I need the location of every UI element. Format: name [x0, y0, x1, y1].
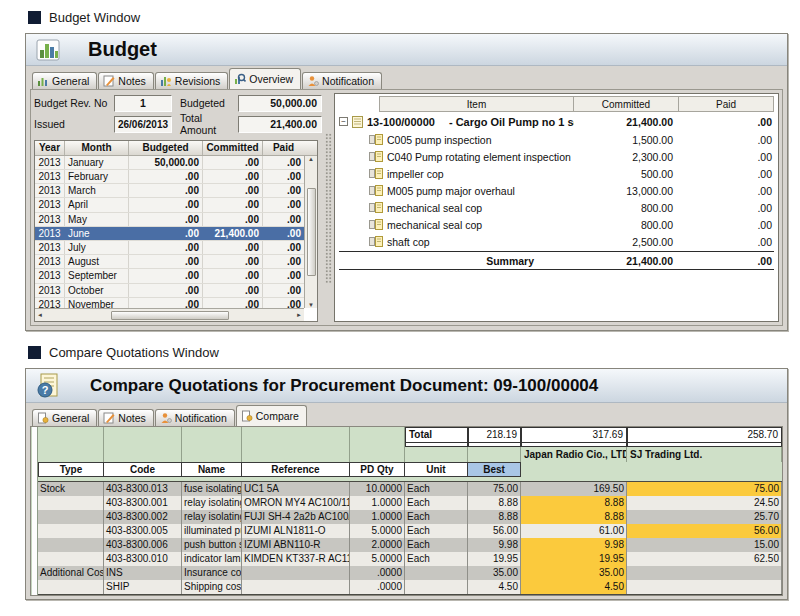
- tree-child-row[interactable]: mechanical seal cop 800.00 .00: [339, 199, 774, 216]
- month-row[interactable]: 2013 June .00 21,400.00 .00: [35, 227, 304, 241]
- tree-child-row[interactable]: C005 pump inspection 1,500.00 .00: [339, 131, 774, 148]
- month-row[interactable]: 2013 March .00 .00 .00: [35, 184, 304, 198]
- parent-committed: 21,400.00: [574, 116, 679, 128]
- cell-paid: .00: [263, 255, 304, 268]
- empty-header: [521, 462, 627, 477]
- summary-committed: 21,400.00: [574, 255, 679, 267]
- cell-best-price: 75.00: [468, 482, 521, 496]
- tab-notification[interactable]: Notification: [155, 409, 235, 426]
- month-row[interactable]: 2013 September .00 .00 .00: [35, 269, 304, 283]
- cell-budgeted: 50,000.00: [129, 156, 203, 169]
- tree-child-row[interactable]: impeller cop 500.00 .00: [339, 165, 774, 182]
- compare-tab-icon: [241, 410, 253, 422]
- cell-paid: .00: [263, 213, 304, 226]
- tab-label: Notes: [118, 75, 145, 87]
- cell-reference: IZUMI ABN110-R: [242, 538, 350, 552]
- total-amount-field[interactable]: 21,400.00: [238, 116, 322, 133]
- tree-child-row[interactable]: C040 Pump rotating element inspection 2,…: [339, 148, 774, 165]
- cell-year: 2013: [35, 255, 65, 268]
- month-row[interactable]: 2013 April .00 .00 .00: [35, 198, 304, 212]
- tab-compare[interactable]: Compare: [236, 405, 307, 426]
- cell-reference: IZUMI ALN1811-O: [242, 524, 350, 538]
- month-row[interactable]: 2013 July .00 .00 .00: [35, 241, 304, 255]
- budgeted-field[interactable]: 50,000.00: [238, 95, 322, 112]
- cell-pd-qty: 1.0000: [350, 510, 405, 524]
- collapse-icon[interactable]: −: [339, 117, 348, 126]
- child-name: C040 Pump rotating element inspection: [387, 151, 571, 163]
- compare-window: ? Compare Quotations for Procurement Doc…: [25, 368, 788, 600]
- scroll-right-icon[interactable]: ►: [296, 312, 302, 318]
- cell-year: 2013: [35, 213, 65, 226]
- child-name: M005 pump major overhaul: [387, 185, 515, 197]
- month-row[interactable]: 2013 August .00 .00 .00: [35, 255, 304, 269]
- tab-overview[interactable]: Overview: [229, 68, 301, 89]
- tab-revisions[interactable]: Revisions: [155, 72, 229, 89]
- total-amount-label: Total Amount: [172, 112, 238, 136]
- notes-tab-icon: [103, 75, 115, 87]
- cell-paid: .00: [263, 156, 304, 169]
- cell-best-price: 9.98: [468, 538, 521, 552]
- cell-year: 2013: [35, 227, 65, 240]
- tab-notification[interactable]: Notification: [302, 72, 382, 89]
- cell-month: February: [65, 170, 129, 183]
- month-row[interactable]: 2013 November .00 .00 .00: [35, 298, 304, 308]
- cell-pd-qty: .0000: [350, 566, 405, 580]
- scroll-down-icon[interactable]: ▼: [308, 302, 314, 308]
- tab-notes[interactable]: Notes: [98, 409, 153, 426]
- cell-pd-qty: 1.0000: [350, 496, 405, 510]
- month-row[interactable]: 2013 February .00 .00 .00: [35, 170, 304, 184]
- cell-best-price: 4.50: [468, 580, 521, 594]
- cell-reference: [242, 566, 350, 580]
- left-scrollbar-strip[interactable]: [31, 427, 38, 595]
- compare-table: Total 218.19 317.69 258.70 Japan Radio C…: [30, 426, 783, 596]
- scroll-up-icon[interactable]: ▲: [308, 156, 314, 162]
- budgeted-label: Budgeted: [172, 97, 238, 109]
- vendor-header-row: Japan Radio Cio., LTD. SJ Trading Ltd.: [38, 447, 782, 462]
- rev-no-field[interactable]: 1: [114, 95, 172, 112]
- horizontal-scrollbar[interactable]: ◄ ►: [35, 308, 304, 321]
- month-row[interactable]: 2013 January 50,000.00 .00 .00: [35, 156, 304, 170]
- scrollbar-thumb[interactable]: [111, 311, 229, 320]
- quotation-row[interactable]: 403-8300.005 illuminated push butt IZUMI…: [38, 524, 782, 538]
- cell-name: relay isolating contro: [182, 496, 242, 510]
- quotation-row[interactable]: SHIP Shipping cost .0000 4.50 4.50: [38, 580, 782, 594]
- quotation-row[interactable]: 403-8300.001 relay isolating contro OMRO…: [38, 496, 782, 510]
- month-row[interactable]: 2013 October .00 .00 .00: [35, 284, 304, 298]
- col-header-month: Month: [65, 141, 129, 155]
- scrollbar-thumb[interactable]: [307, 188, 316, 276]
- cell-name: fuse isolating unit: [182, 482, 242, 496]
- cell-best-price: 8.88: [468, 510, 521, 524]
- month-row[interactable]: 2013 May .00 .00 .00: [35, 213, 304, 227]
- cell-budgeted: .00: [129, 198, 203, 211]
- help-document-icon: ?: [36, 373, 62, 399]
- issued-field[interactable]: 26/06/2013: [114, 116, 172, 133]
- scroll-left-icon[interactable]: ◄: [37, 312, 43, 318]
- compare-window-title: Compare Quotations for Procurement Docum…: [90, 376, 598, 396]
- quotation-row[interactable]: 403-8300.010 indicator lamp isolatr KIMD…: [38, 552, 782, 566]
- tree-child-row[interactable]: shaft cop 2,500.00 .00: [339, 233, 774, 250]
- tab-general[interactable]: General: [32, 409, 97, 426]
- quotation-row[interactable]: Stock 403-8300.013 fuse isolating unit U…: [38, 482, 782, 496]
- quotation-row[interactable]: Additional Cost INS Insurance cost .0000…: [38, 566, 782, 580]
- cell-paid: .00: [263, 269, 304, 282]
- tab-notes[interactable]: Notes: [98, 72, 153, 89]
- cell-month: November: [65, 298, 129, 308]
- vertical-scrollbar[interactable]: ▲ ▼: [304, 156, 317, 308]
- col-header-best: Best: [468, 462, 521, 477]
- panel-splitter[interactable]: [322, 93, 334, 322]
- tree-child-row[interactable]: mechanical seal cop 800.00 .00: [339, 216, 774, 233]
- col-header-committed: Committed: [203, 141, 263, 155]
- child-committed: 1,500.00: [574, 134, 679, 146]
- form-row: Budget Rev. No 1 Budgeted 50,000.00: [34, 93, 322, 114]
- tree-child-row[interactable]: M005 pump major overhaul 13,000.00 .00: [339, 182, 774, 199]
- quotation-rows: Stock 403-8300.013 fuse isolating unit U…: [38, 481, 782, 595]
- cell-paid: .00: [263, 298, 304, 308]
- cell-month: August: [65, 255, 129, 268]
- cell-type: [38, 496, 104, 510]
- cell-vendor2-price: [627, 580, 782, 594]
- tree-parent-row[interactable]: − 13-100/00000 - Cargo Oil Pump no 1 ser…: [339, 112, 774, 131]
- tab-general[interactable]: General: [32, 72, 97, 89]
- quotation-row[interactable]: 403-8300.006 push button switch is IZUMI…: [38, 538, 782, 552]
- quotation-row[interactable]: 403-8300.002 relay isolating contro FUJI…: [38, 510, 782, 524]
- cell-reference: OMRON MY4 AC100/110V: [242, 496, 350, 510]
